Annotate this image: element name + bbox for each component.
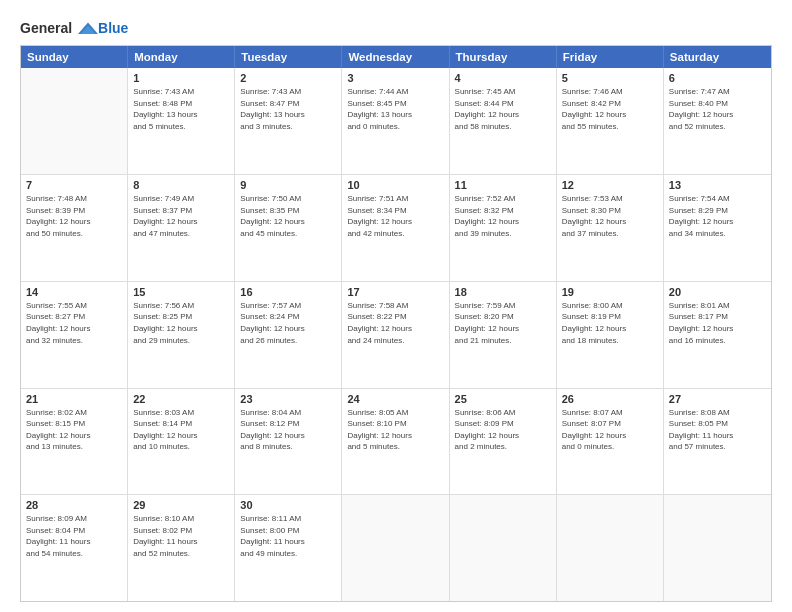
calendar: SundayMondayTuesdayWednesdayThursdayFrid…	[20, 45, 772, 602]
day-info: Sunrise: 7:43 AM Sunset: 8:48 PM Dayligh…	[133, 86, 229, 132]
day-info: Sunrise: 7:47 AM Sunset: 8:40 PM Dayligh…	[669, 86, 766, 132]
day-number: 23	[240, 393, 336, 405]
day-cell-15: 15Sunrise: 7:56 AM Sunset: 8:25 PM Dayli…	[128, 282, 235, 388]
day-number: 16	[240, 286, 336, 298]
day-info: Sunrise: 8:05 AM Sunset: 8:10 PM Dayligh…	[347, 407, 443, 453]
day-number: 3	[347, 72, 443, 84]
day-info: Sunrise: 7:57 AM Sunset: 8:24 PM Dayligh…	[240, 300, 336, 346]
day-info: Sunrise: 7:50 AM Sunset: 8:35 PM Dayligh…	[240, 193, 336, 239]
day-cell-12: 12Sunrise: 7:53 AM Sunset: 8:30 PM Dayli…	[557, 175, 664, 281]
day-cell-28: 28Sunrise: 8:09 AM Sunset: 8:04 PM Dayli…	[21, 495, 128, 601]
day-info: Sunrise: 7:58 AM Sunset: 8:22 PM Dayligh…	[347, 300, 443, 346]
day-info: Sunrise: 7:48 AM Sunset: 8:39 PM Dayligh…	[26, 193, 122, 239]
day-info: Sunrise: 8:03 AM Sunset: 8:14 PM Dayligh…	[133, 407, 229, 453]
calendar-row-4: 21Sunrise: 8:02 AM Sunset: 8:15 PM Dayli…	[21, 388, 771, 495]
day-number: 24	[347, 393, 443, 405]
day-info: Sunrise: 8:07 AM Sunset: 8:07 PM Dayligh…	[562, 407, 658, 453]
day-info: Sunrise: 8:08 AM Sunset: 8:05 PM Dayligh…	[669, 407, 766, 453]
day-number: 22	[133, 393, 229, 405]
weekday-header-monday: Monday	[128, 46, 235, 68]
weekday-header-saturday: Saturday	[664, 46, 771, 68]
day-cell-5: 5Sunrise: 7:46 AM Sunset: 8:42 PM Daylig…	[557, 68, 664, 174]
day-info: Sunrise: 8:09 AM Sunset: 8:04 PM Dayligh…	[26, 513, 122, 559]
day-cell-14: 14Sunrise: 7:55 AM Sunset: 8:27 PM Dayli…	[21, 282, 128, 388]
day-cell-3: 3Sunrise: 7:44 AM Sunset: 8:45 PM Daylig…	[342, 68, 449, 174]
day-number: 14	[26, 286, 122, 298]
day-cell-2: 2Sunrise: 7:43 AM Sunset: 8:47 PM Daylig…	[235, 68, 342, 174]
day-number: 17	[347, 286, 443, 298]
day-cell-30: 30Sunrise: 8:11 AM Sunset: 8:00 PM Dayli…	[235, 495, 342, 601]
day-number: 29	[133, 499, 229, 511]
day-number: 20	[669, 286, 766, 298]
day-cell-22: 22Sunrise: 8:03 AM Sunset: 8:14 PM Dayli…	[128, 389, 235, 495]
day-info: Sunrise: 7:59 AM Sunset: 8:20 PM Dayligh…	[455, 300, 551, 346]
day-number: 13	[669, 179, 766, 191]
day-number: 18	[455, 286, 551, 298]
day-info: Sunrise: 7:51 AM Sunset: 8:34 PM Dayligh…	[347, 193, 443, 239]
day-number: 28	[26, 499, 122, 511]
calendar-header: SundayMondayTuesdayWednesdayThursdayFrid…	[21, 46, 771, 68]
weekday-header-wednesday: Wednesday	[342, 46, 449, 68]
day-info: Sunrise: 8:11 AM Sunset: 8:00 PM Dayligh…	[240, 513, 336, 559]
day-cell-4: 4Sunrise: 7:45 AM Sunset: 8:44 PM Daylig…	[450, 68, 557, 174]
day-cell-26: 26Sunrise: 8:07 AM Sunset: 8:07 PM Dayli…	[557, 389, 664, 495]
day-number: 9	[240, 179, 336, 191]
day-info: Sunrise: 7:45 AM Sunset: 8:44 PM Dayligh…	[455, 86, 551, 132]
day-cell-20: 20Sunrise: 8:01 AM Sunset: 8:17 PM Dayli…	[664, 282, 771, 388]
day-number: 21	[26, 393, 122, 405]
day-number: 2	[240, 72, 336, 84]
day-cell-17: 17Sunrise: 7:58 AM Sunset: 8:22 PM Dayli…	[342, 282, 449, 388]
day-cell-6: 6Sunrise: 7:47 AM Sunset: 8:40 PM Daylig…	[664, 68, 771, 174]
day-cell-11: 11Sunrise: 7:52 AM Sunset: 8:32 PM Dayli…	[450, 175, 557, 281]
day-cell-8: 8Sunrise: 7:49 AM Sunset: 8:37 PM Daylig…	[128, 175, 235, 281]
calendar-row-1: 1Sunrise: 7:43 AM Sunset: 8:48 PM Daylig…	[21, 68, 771, 174]
day-cell-25: 25Sunrise: 8:06 AM Sunset: 8:09 PM Dayli…	[450, 389, 557, 495]
day-cell-23: 23Sunrise: 8:04 AM Sunset: 8:12 PM Dayli…	[235, 389, 342, 495]
day-info: Sunrise: 7:46 AM Sunset: 8:42 PM Dayligh…	[562, 86, 658, 132]
day-cell-10: 10Sunrise: 7:51 AM Sunset: 8:34 PM Dayli…	[342, 175, 449, 281]
day-cell-7: 7Sunrise: 7:48 AM Sunset: 8:39 PM Daylig…	[21, 175, 128, 281]
day-cell-9: 9Sunrise: 7:50 AM Sunset: 8:35 PM Daylig…	[235, 175, 342, 281]
day-cell-27: 27Sunrise: 8:08 AM Sunset: 8:05 PM Dayli…	[664, 389, 771, 495]
weekday-header-thursday: Thursday	[450, 46, 557, 68]
day-number: 5	[562, 72, 658, 84]
calendar-body: 1Sunrise: 7:43 AM Sunset: 8:48 PM Daylig…	[21, 68, 771, 601]
day-info: Sunrise: 7:56 AM Sunset: 8:25 PM Dayligh…	[133, 300, 229, 346]
day-cell-21: 21Sunrise: 8:02 AM Sunset: 8:15 PM Dayli…	[21, 389, 128, 495]
empty-cell-4-5	[557, 495, 664, 601]
weekday-header-friday: Friday	[557, 46, 664, 68]
weekday-header-sunday: Sunday	[21, 46, 128, 68]
empty-cell-4-3	[342, 495, 449, 601]
empty-cell-4-6	[664, 495, 771, 601]
day-info: Sunrise: 8:04 AM Sunset: 8:12 PM Dayligh…	[240, 407, 336, 453]
day-cell-18: 18Sunrise: 7:59 AM Sunset: 8:20 PM Dayli…	[450, 282, 557, 388]
day-number: 19	[562, 286, 658, 298]
day-cell-16: 16Sunrise: 7:57 AM Sunset: 8:24 PM Dayli…	[235, 282, 342, 388]
calendar-row-5: 28Sunrise: 8:09 AM Sunset: 8:04 PM Dayli…	[21, 494, 771, 601]
day-cell-19: 19Sunrise: 8:00 AM Sunset: 8:19 PM Dayli…	[557, 282, 664, 388]
calendar-row-3: 14Sunrise: 7:55 AM Sunset: 8:27 PM Dayli…	[21, 281, 771, 388]
day-number: 1	[133, 72, 229, 84]
day-info: Sunrise: 7:43 AM Sunset: 8:47 PM Dayligh…	[240, 86, 336, 132]
empty-cell-4-4	[450, 495, 557, 601]
day-info: Sunrise: 8:02 AM Sunset: 8:15 PM Dayligh…	[26, 407, 122, 453]
day-info: Sunrise: 8:01 AM Sunset: 8:17 PM Dayligh…	[669, 300, 766, 346]
day-number: 4	[455, 72, 551, 84]
day-number: 7	[26, 179, 122, 191]
day-number: 26	[562, 393, 658, 405]
weekday-header-tuesday: Tuesday	[235, 46, 342, 68]
day-number: 11	[455, 179, 551, 191]
logo: General Blue	[20, 20, 128, 37]
day-number: 27	[669, 393, 766, 405]
day-info: Sunrise: 8:00 AM Sunset: 8:19 PM Dayligh…	[562, 300, 658, 346]
day-info: Sunrise: 7:55 AM Sunset: 8:27 PM Dayligh…	[26, 300, 122, 346]
day-number: 6	[669, 72, 766, 84]
day-number: 25	[455, 393, 551, 405]
day-info: Sunrise: 7:44 AM Sunset: 8:45 PM Dayligh…	[347, 86, 443, 132]
calendar-row-2: 7Sunrise: 7:48 AM Sunset: 8:39 PM Daylig…	[21, 174, 771, 281]
day-number: 15	[133, 286, 229, 298]
day-info: Sunrise: 7:52 AM Sunset: 8:32 PM Dayligh…	[455, 193, 551, 239]
empty-cell-0-0	[21, 68, 128, 174]
day-cell-29: 29Sunrise: 8:10 AM Sunset: 8:02 PM Dayli…	[128, 495, 235, 601]
day-number: 8	[133, 179, 229, 191]
